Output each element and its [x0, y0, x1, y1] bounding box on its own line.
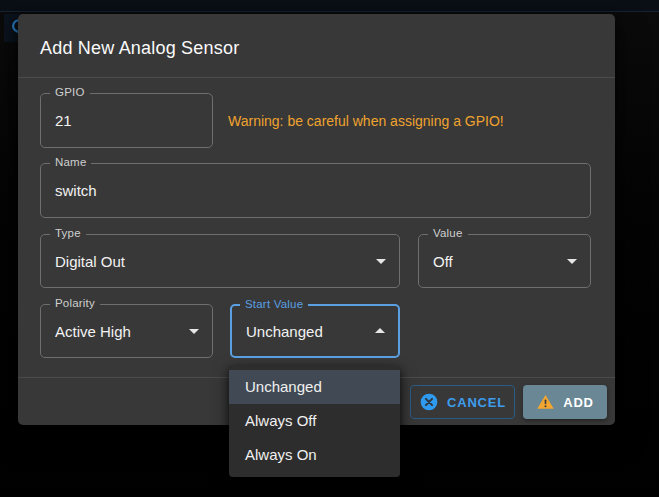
type-label: Type — [50, 227, 86, 239]
menu-option-unchanged[interactable]: Unchanged — [229, 370, 400, 404]
polarity-selected-value: Active High — [55, 323, 131, 340]
polarity-select[interactable]: Polarity Active High — [40, 304, 213, 358]
start-value-label: Start Value — [240, 298, 308, 310]
add-button-label: ADD — [563, 395, 594, 410]
name-field[interactable]: Name — [40, 163, 591, 218]
cancel-button-label: CANCEL — [447, 395, 506, 410]
chevron-down-icon — [567, 259, 577, 264]
dialog-title: Add New Analog Sensor — [40, 38, 239, 59]
name-input[interactable] — [41, 164, 590, 217]
type-selected-value: Digital Out — [55, 253, 125, 270]
value-select[interactable]: Value Off — [418, 234, 591, 288]
gpio-input[interactable] — [41, 94, 212, 147]
chevron-down-icon — [189, 329, 199, 334]
start-value-menu: Unchanged Always Off Always On — [229, 366, 400, 477]
add-button[interactable]: ADD — [523, 385, 607, 419]
cancel-button[interactable]: CANCEL — [410, 385, 515, 419]
value-label: Value — [428, 227, 468, 239]
value-selected-value: Off — [433, 253, 453, 270]
menu-option-always-on[interactable]: Always On — [229, 438, 400, 472]
chevron-down-icon — [376, 259, 386, 264]
start-value-selected-value: Unchanged — [246, 323, 323, 340]
add-sensor-dialog: Add New Analog Sensor GPIO Warning: be c… — [18, 14, 615, 425]
start-value-select[interactable]: Start Value Unchanged — [230, 304, 400, 358]
polarity-label: Polarity — [50, 297, 100, 309]
warning-triangle-icon — [536, 393, 555, 411]
screen: Add New Analog Sensor GPIO Warning: be c… — [0, 0, 659, 497]
background-toolbar — [0, 0, 659, 12]
title-divider — [18, 77, 615, 78]
gpio-field[interactable]: GPIO — [40, 93, 213, 148]
gpio-label: GPIO — [50, 86, 90, 98]
x-circle-icon — [419, 392, 439, 412]
chevron-up-icon — [375, 328, 385, 333]
menu-option-always-off[interactable]: Always Off — [229, 404, 400, 438]
gpio-warning-text: Warning: be careful when assigning a GPI… — [228, 93, 603, 148]
name-label: Name — [50, 156, 91, 168]
type-select[interactable]: Type Digital Out — [40, 234, 400, 288]
